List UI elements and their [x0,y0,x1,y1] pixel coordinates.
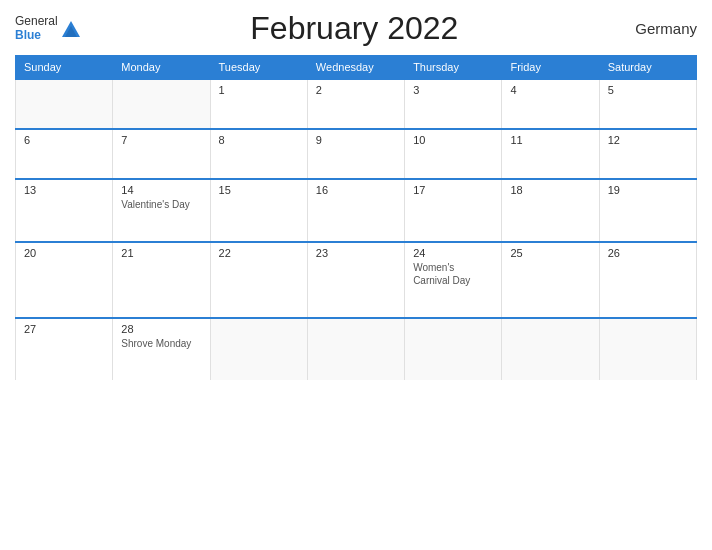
col-saturday: Saturday [599,56,696,80]
table-row [599,318,696,380]
day-number: 5 [608,84,688,96]
table-row: 4 [502,79,599,129]
calendar-page: General Blue February 2022 Germany Sunda… [0,0,712,550]
table-row [405,318,502,380]
day-number: 7 [121,134,201,146]
calendar-header-row: Sunday Monday Tuesday Wednesday Thursday… [16,56,697,80]
calendar-title: February 2022 [82,10,627,47]
table-row: 9 [307,129,404,179]
col-tuesday: Tuesday [210,56,307,80]
table-row: 17 [405,179,502,242]
table-row [113,79,210,129]
table-row: 7 [113,129,210,179]
table-row: 19 [599,179,696,242]
table-row: 5 [599,79,696,129]
table-row: 1 [210,79,307,129]
table-row: 26 [599,242,696,318]
day-number: 27 [24,323,104,335]
table-row: 11 [502,129,599,179]
day-number: 15 [219,184,299,196]
calendar-body: 1234567891011121314Valentine's Day151617… [16,79,697,380]
table-row: 10 [405,129,502,179]
table-row [502,318,599,380]
day-number: 26 [608,247,688,259]
table-row: 22 [210,242,307,318]
table-row: 23 [307,242,404,318]
holiday-label: Women's Carnival Day [413,261,493,287]
table-row: 8 [210,129,307,179]
col-sunday: Sunday [16,56,113,80]
logo: General Blue [15,15,82,41]
table-row: 28Shrove Monday [113,318,210,380]
day-number: 24 [413,247,493,259]
table-row [16,79,113,129]
holiday-label: Valentine's Day [121,198,201,211]
day-number: 28 [121,323,201,335]
table-row: 13 [16,179,113,242]
day-number: 6 [24,134,104,146]
table-row: 6 [16,129,113,179]
table-row: 24Women's Carnival Day [405,242,502,318]
day-number: 21 [121,247,201,259]
day-number: 2 [316,84,396,96]
day-number: 4 [510,84,590,96]
col-wednesday: Wednesday [307,56,404,80]
col-monday: Monday [113,56,210,80]
table-row: 12 [599,129,696,179]
country-label: Germany [627,20,697,37]
table-row: 25 [502,242,599,318]
table-row: 18 [502,179,599,242]
holiday-label: Shrove Monday [121,337,201,350]
table-row [307,318,404,380]
day-number: 8 [219,134,299,146]
table-row [210,318,307,380]
table-row: 14Valentine's Day [113,179,210,242]
day-number: 23 [316,247,396,259]
table-row: 16 [307,179,404,242]
day-number: 16 [316,184,396,196]
day-number: 19 [608,184,688,196]
table-row: 20 [16,242,113,318]
table-row: 15 [210,179,307,242]
day-number: 25 [510,247,590,259]
day-number: 1 [219,84,299,96]
day-number: 9 [316,134,396,146]
day-number: 20 [24,247,104,259]
table-row: 3 [405,79,502,129]
day-number: 17 [413,184,493,196]
logo-icon [60,19,82,41]
logo-blue-text: Blue [15,29,58,42]
table-row: 21 [113,242,210,318]
logo-general-text: General [15,15,58,28]
day-number: 10 [413,134,493,146]
day-number: 12 [608,134,688,146]
day-number: 11 [510,134,590,146]
day-number: 3 [413,84,493,96]
day-number: 14 [121,184,201,196]
table-row: 2 [307,79,404,129]
col-friday: Friday [502,56,599,80]
calendar-table: Sunday Monday Tuesday Wednesday Thursday… [15,55,697,380]
day-number: 13 [24,184,104,196]
calendar-header: General Blue February 2022 Germany [15,10,697,47]
col-thursday: Thursday [405,56,502,80]
day-number: 22 [219,247,299,259]
table-row: 27 [16,318,113,380]
day-number: 18 [510,184,590,196]
